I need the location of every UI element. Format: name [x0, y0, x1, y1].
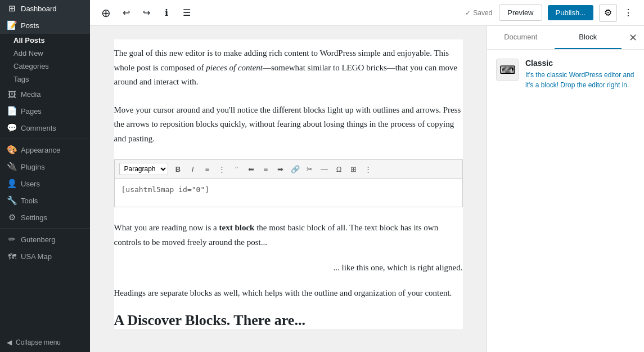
classic-block-content[interactable]: [usahtml5map id="0"]	[115, 179, 462, 207]
check-icon: ✓	[465, 9, 471, 17]
sidebar-item-media[interactable]: 🖼 Media	[0, 86, 90, 103]
unordered-list-button[interactable]: ≡	[201, 162, 214, 176]
preview-button[interactable]: Preview	[499, 5, 542, 21]
publish-button[interactable]: Publish...	[548, 5, 593, 20]
info-button[interactable]: ℹ	[157, 4, 175, 22]
block-icon: ⌨	[496, 59, 519, 81]
classic-block-toolbar: Paragraph B I ≡ ⋮ " ⬅ ≡ ➡ 🔗 ✂ — Ω	[115, 160, 462, 179]
ellipsis-icon: ⋮	[624, 7, 633, 18]
right-panel-tabs: Document Block ✕	[487, 26, 644, 50]
right-panel: Document Block ✕ ⌨ Classic It's the clas…	[487, 26, 644, 352]
top-toolbar: ⊕ ↩ ↪ ℹ ☰ ✓ Saved Preview Publish... ⚙	[90, 0, 644, 26]
plugins-icon: 🔌	[7, 162, 17, 172]
unlink-button[interactable]: ✂	[303, 162, 317, 176]
settings-toggle-button[interactable]: ⚙	[599, 4, 617, 22]
link-button[interactable]: 🔗	[289, 162, 302, 176]
block-nav-button[interactable]: ☰	[178, 4, 196, 22]
comments-icon: 💬	[7, 123, 17, 133]
sidebar-item-tools[interactable]: 🔧 Tools	[0, 192, 90, 209]
more-options-button[interactable]: ⋮	[619, 4, 637, 22]
tools-icon: 🔧	[7, 195, 17, 206]
sidebar-item-users[interactable]: 👤 Users	[0, 175, 90, 192]
close-icon: ✕	[629, 32, 637, 44]
bold-button[interactable]: B	[172, 162, 185, 176]
align-center-button[interactable]: ≡	[259, 162, 273, 176]
gear-icon: ⚙	[604, 7, 612, 18]
collapse-menu[interactable]: ◀ Collapse menu	[0, 333, 90, 352]
add-block-icon: ⊕	[101, 7, 111, 19]
undo-icon: ↩	[123, 7, 130, 18]
nav-icon: ☰	[183, 7, 191, 18]
pages-icon: 📄	[7, 106, 17, 116]
undo-button[interactable]: ↩	[117, 4, 135, 22]
ordered-list-button[interactable]: ⋮	[215, 162, 229, 176]
redo-button[interactable]: ↪	[137, 4, 155, 22]
block-name: Classic	[525, 59, 635, 68]
align-right-button[interactable]: ➡	[274, 162, 287, 176]
right-panel-close-button[interactable]: ✕	[624, 29, 642, 47]
info-icon: ℹ	[165, 7, 168, 18]
sidebar-item-usa-map[interactable]: 🗺 USA Map	[0, 248, 90, 265]
text-block-right-aligned[interactable]: ... like this one, which is right aligne…	[114, 256, 463, 279]
table-button[interactable]: ⊞	[347, 162, 361, 176]
media-icon: 🖼	[7, 89, 17, 99]
redo-icon: ↪	[143, 7, 150, 18]
more-toolbar-button[interactable]: ⋮	[362, 162, 375, 176]
settings-icon: ⚙	[7, 212, 17, 222]
italic-button[interactable]: I	[186, 162, 200, 176]
gutenberg-icon: ✏	[7, 234, 17, 244]
sidebar-item-comments[interactable]: 💬 Comments	[0, 119, 90, 136]
sidebar-sub-add-new[interactable]: Add New	[0, 47, 90, 60]
posts-icon: 📝	[7, 20, 17, 30]
block-description: It's the classic WordPress editor and it…	[525, 70, 635, 90]
add-block-button[interactable]: ⊕	[97, 4, 115, 22]
text-block-3[interactable]: What you are reading now is a text block…	[114, 214, 463, 256]
appearance-icon: 🎨	[7, 145, 17, 155]
text-block-1[interactable]: The goal of this new editor is to make a…	[114, 39, 463, 96]
hr-button[interactable]: —	[318, 162, 331, 176]
usa-map-icon: 🗺	[7, 251, 17, 261]
sidebar-item-plugins[interactable]: 🔌 Plugins	[0, 158, 90, 175]
classic-block-icon: ⌨	[499, 63, 516, 77]
right-panel-content: ⌨ Classic It's the classic WordPress edi…	[487, 50, 644, 352]
blockquote-button[interactable]: "	[230, 162, 244, 176]
editor-content: The goal of this new editor is to make a…	[114, 39, 463, 329]
text-block-2[interactable]: Move your cursor around and you'll notic…	[114, 96, 463, 153]
saved-indicator: ✓ Saved	[465, 9, 492, 17]
align-left-button[interactable]: ⬅	[245, 162, 258, 176]
editor-wrapper: The goal of this new editor is to make a…	[90, 26, 644, 352]
main-area: ⊕ ↩ ↪ ℹ ☰ ✓ Saved Preview Publish... ⚙	[90, 0, 644, 352]
sidebar-item-pages[interactable]: 📄 Pages	[0, 103, 90, 119]
sidebar-item-settings[interactable]: ⚙ Settings	[0, 209, 90, 226]
sidebar-item-gutenberg[interactable]: ✏ Gutenberg	[0, 231, 90, 248]
classic-block[interactable]: Paragraph B I ≡ ⋮ " ⬅ ≡ ➡ 🔗 ✂ — Ω	[114, 159, 463, 207]
special-chars-button[interactable]: Ω	[332, 162, 346, 176]
heading-block-preview[interactable]: A Discover Blocks. There are...	[114, 308, 463, 329]
paragraph-format-select[interactable]: Paragraph	[119, 163, 168, 175]
sidebar-item-posts[interactable]: 📝 Posts	[0, 17, 90, 34]
sidebar-sub-tags[interactable]: Tags	[0, 73, 90, 86]
block-info-card: ⌨ Classic It's the classic WordPress edi…	[496, 59, 635, 90]
text-block-5[interactable]: Headings are separate blocks as well, wh…	[114, 279, 463, 308]
sidebar-item-dashboard[interactable]: ⊞ Dashboard	[0, 0, 90, 17]
block-card-info: Classic It's the classic WordPress edito…	[525, 59, 635, 90]
dashboard-icon: ⊞	[7, 3, 17, 14]
users-icon: 👤	[7, 179, 17, 189]
sidebar: ⊞ Dashboard 📝 Posts All Posts Add New Ca…	[0, 0, 90, 352]
block-tab[interactable]: Block	[555, 26, 622, 49]
sidebar-item-appearance[interactable]: 🎨 Appearance	[0, 141, 90, 158]
document-tab[interactable]: Document	[487, 26, 555, 49]
editor-main[interactable]: The goal of this new editor is to make a…	[90, 26, 487, 352]
sidebar-sub-categories[interactable]: Categories	[0, 60, 90, 73]
collapse-icon: ◀	[7, 338, 12, 346]
sidebar-sub-all-posts[interactable]: All Posts	[0, 34, 90, 47]
